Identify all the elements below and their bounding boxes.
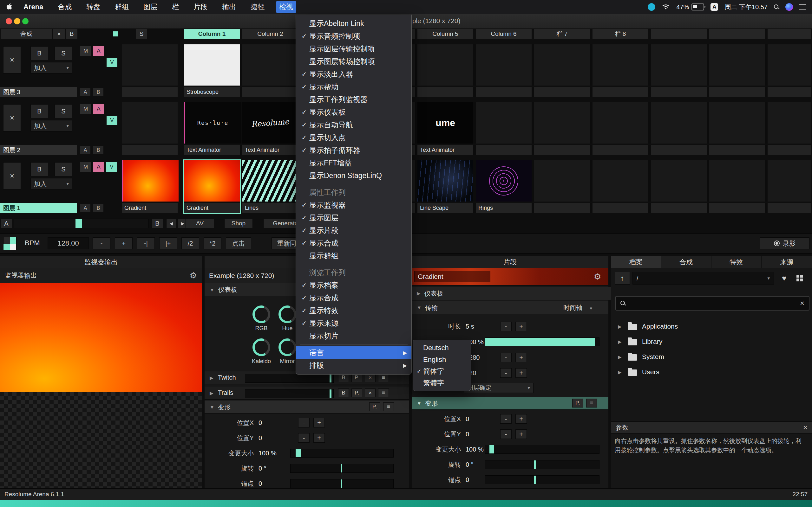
browser-tab-files[interactable]: 档案: [611, 256, 661, 268]
battery-indicator[interactable]: 47%: [676, 3, 704, 11]
column-header-8[interactable]: 栏 8: [593, 29, 648, 39]
clip-name-gradient[interactable]: Gradient: [122, 203, 177, 213]
slider-handle[interactable]: [329, 374, 332, 383]
layer-blend-dropdown[interactable]: 加入▾: [31, 120, 72, 131]
zoom-window-button[interactable]: [22, 18, 29, 24]
menubar-item-output[interactable]: 输出: [219, 1, 239, 13]
clip-lines[interactable]: [242, 160, 298, 202]
slider-fill[interactable]: [485, 338, 595, 346]
param-minus-button[interactable]: -: [500, 368, 512, 378]
column-header-1[interactable]: Column 1: [184, 29, 240, 39]
transform-menu-button[interactable]: ≡: [586, 399, 597, 407]
wifi-icon[interactable]: [662, 4, 670, 10]
param-slider[interactable]: [290, 479, 394, 488]
crossfader-handle[interactable]: [75, 219, 82, 228]
clip-gradient-selected[interactable]: [184, 160, 240, 202]
disclosure-triangle-icon[interactable]: ▶: [618, 370, 622, 375]
path-dropdown[interactable]: / ▾: [632, 272, 774, 285]
folder-name[interactable]: Applications: [642, 323, 678, 330]
param-value[interactable]: 100 %: [466, 442, 484, 456]
menu-item[interactable]: ✓显示切入点: [296, 131, 411, 144]
menu-item[interactable]: 显示Abelton Link: [296, 17, 411, 30]
transport-mode-dropdown[interactable]: 时间轴 ▾: [563, 303, 592, 312]
param-value[interactable]: 0 °: [258, 461, 266, 475]
menubar-item-composition[interactable]: 合成: [55, 1, 75, 13]
effect-menu-button[interactable]: ≡: [378, 389, 389, 397]
composition-color-icon[interactable]: [3, 237, 16, 250]
search-input[interactable]: [629, 299, 796, 307]
layer-master-button[interactable]: M: [80, 104, 91, 114]
layer-bypass-button[interactable]: B: [31, 162, 48, 176]
crossfader-track[interactable]: [14, 219, 148, 228]
effect-bypass-button[interactable]: B: [338, 373, 349, 382]
crossfader-b-assign[interactable]: B: [93, 146, 103, 154]
folder-up-button[interactable]: ↑: [615, 272, 630, 285]
layer-solo-button[interactable]: S: [55, 162, 72, 176]
clip-text-animator-3[interactable]: ume: [417, 102, 473, 144]
file-tree-row[interactable]: ▶ Users: [611, 365, 812, 379]
disclosure-triangle-icon[interactable]: ▶: [618, 354, 622, 360]
notification-center-icon[interactable]: [799, 4, 806, 9]
bpm-nudge-down-button[interactable]: -|: [137, 237, 155, 249]
clip-text-animator-1[interactable]: Res·lu·e: [184, 102, 241, 144]
param-plus-button[interactable]: +: [313, 418, 325, 428]
menubar-app-name[interactable]: Arena: [20, 2, 46, 12]
slider-handle[interactable]: [329, 389, 332, 398]
disclosure-triangle-icon[interactable]: ▶: [618, 339, 622, 345]
menu-item[interactable]: 显示群组: [296, 249, 411, 262]
transform-menu-button[interactable]: ≡: [383, 402, 394, 411]
clip-text-animator-2[interactable]: Resolume: [242, 102, 298, 144]
clip-linescape[interactable]: [417, 160, 473, 202]
param-value[interactable]: 0 °: [466, 458, 473, 471]
gear-icon[interactable]: ⚙: [594, 272, 601, 282]
browser-tab-compositions[interactable]: 合成: [661, 256, 711, 268]
param-slider[interactable]: [485, 445, 600, 454]
bpm-plus-button[interactable]: +: [115, 237, 133, 249]
menu-item[interactable]: ✓显示拍子循环器: [296, 144, 411, 157]
param-minus-button[interactable]: -: [500, 353, 512, 362]
slider-handle[interactable]: [341, 480, 342, 488]
layer-bypass-button[interactable]: B: [31, 46, 48, 60]
record-button[interactable]: 录影: [760, 237, 809, 249]
column-header-5[interactable]: Column 5: [417, 29, 473, 39]
slider-handle[interactable]: [534, 475, 536, 484]
bpm-minus-button[interactable]: -: [93, 237, 110, 249]
layer-audio-button[interactable]: A: [93, 162, 104, 172]
search-box[interactable]: ×: [615, 296, 809, 311]
column-header-6[interactable]: Column 6: [476, 29, 531, 39]
menu-item[interactable]: ✓显示淡出入器: [296, 68, 411, 80]
resize-dropdown[interactable]: 图层确定 ▾: [464, 383, 534, 393]
layer-video-button[interactable]: V: [106, 162, 117, 172]
param-minus-button[interactable]: -: [298, 418, 310, 428]
effect-bypass-button[interactable]: B: [338, 389, 349, 397]
slider-handle[interactable]: [534, 460, 536, 469]
layer-blend-dropdown[interactable]: 加入▾: [31, 178, 72, 189]
clear-search-icon[interactable]: ×: [800, 299, 804, 308]
composition-bypass-button[interactable]: B: [66, 29, 78, 39]
disclosure-triangle-icon[interactable]: ▶: [618, 324, 622, 330]
menu-item[interactable]: ✓显示音频控制项: [296, 30, 411, 43]
menu-item[interactable]: 显示工作列监视器: [296, 93, 411, 106]
apple-menu-icon[interactable]: [6, 3, 12, 10]
transform-params-button[interactable]: P.: [572, 399, 583, 407]
menu-item-typography[interactable]: 排版▶: [296, 359, 411, 372]
menu-item[interactable]: ✓显示帮助: [296, 80, 411, 93]
menu-item[interactable]: ✓显示仪表板: [296, 106, 411, 118]
layer-name[interactable]: 图层 2: [0, 145, 77, 155]
menu-item[interactable]: ✓显示来源: [296, 317, 411, 330]
effect-opacity-slider[interactable]: [245, 389, 334, 398]
param-minus-button[interactable]: -: [500, 414, 512, 424]
param-value[interactable]: 100 %: [258, 446, 276, 460]
bpm-tap-button[interactable]: 点击: [226, 237, 251, 249]
layer-clear-button[interactable]: ×: [3, 104, 21, 131]
param-minus-button[interactable]: -: [500, 322, 512, 331]
status-teal-icon[interactable]: [648, 3, 655, 11]
folder-name[interactable]: System: [642, 353, 664, 360]
layer-video-button[interactable]: V: [107, 116, 117, 125]
spotlight-search-icon[interactable]: [774, 4, 779, 9]
column-header-7[interactable]: 栏 7: [534, 29, 590, 39]
clip-name-field[interactable]: Gradient: [414, 271, 490, 282]
menu-item[interactable]: ✓显示监视器: [296, 199, 411, 211]
monitor-panel-tab[interactable]: 监视器输出: [0, 256, 202, 268]
menu-item-traditional-chinese[interactable]: 繁體字: [413, 377, 471, 389]
